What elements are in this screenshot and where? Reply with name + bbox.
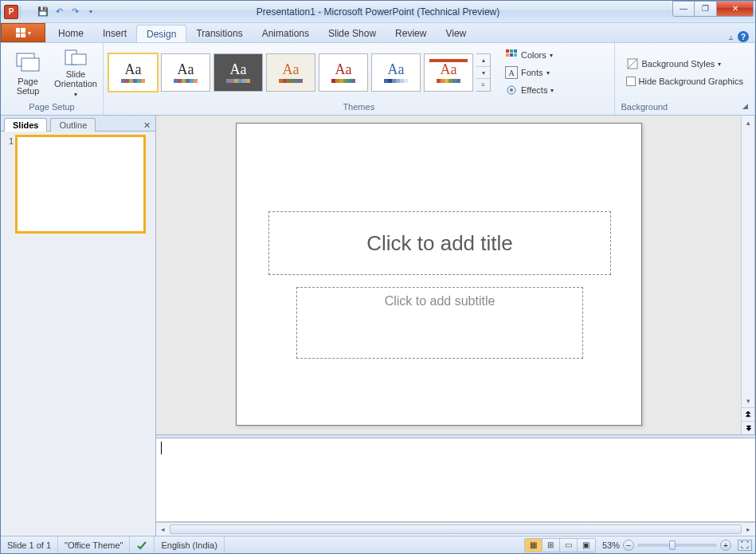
themes-gallery: AaAaAaAaAaAaAa [108, 53, 473, 92]
scroll-up-icon[interactable]: ▴ [742, 116, 754, 129]
zoom-in-button[interactable]: + [720, 540, 731, 551]
slide-orientation-button[interactable]: Slide Orientation ▾ [53, 45, 98, 100]
spell-check-icon[interactable] [130, 536, 155, 553]
ribbon-minimize-icon[interactable]: ▵ [729, 33, 733, 41]
dialog-launcher-icon[interactable]: ◢ [742, 102, 748, 115]
tab-transitions[interactable]: Transitions [186, 25, 252, 42]
theme-thumb-3[interactable]: Aa [266, 53, 315, 92]
reading-view-button[interactable]: ▭ [560, 539, 578, 552]
redo-icon[interactable]: ↷ [68, 5, 82, 19]
theme-thumb-2[interactable]: Aa [213, 53, 263, 92]
pane-close-icon[interactable]: ✕ [143, 120, 151, 131]
ribbon-tabs: ▾ Home Insert Design Transitions Animati… [1, 23, 755, 42]
pane-tabs: Slides Outline ✕ [1, 116, 155, 132]
title-placeholder[interactable]: Click to add title [268, 211, 611, 275]
app-icon[interactable]: P [4, 5, 18, 19]
qat-more-icon[interactable]: ▾ [84, 5, 98, 19]
language[interactable]: English (India) [155, 536, 224, 553]
title-bar: P 💾 ↶ ↷ ▾ Presentation1 - Microsoft Powe… [1, 1, 755, 23]
hide-background-graphics-checkbox[interactable]: Hide Background Graphics [623, 73, 746, 89]
sorter-view-button[interactable]: ⊞ [543, 539, 560, 552]
scroll-left-icon[interactable]: ◂ [156, 523, 170, 536]
scroll-right-icon[interactable]: ▸ [742, 523, 755, 536]
theme-thumb-5[interactable]: Aa [371, 53, 421, 92]
notes-pane[interactable] [156, 438, 755, 522]
tab-view[interactable]: View [436, 25, 476, 42]
slide-thumbnail-1[interactable] [17, 136, 144, 232]
slide-count: Slide 1 of 1 [1, 536, 58, 553]
gallery-row-down-icon[interactable]: ▾ [476, 67, 490, 80]
next-slide-icon[interactable]: ⯯ [742, 421, 754, 434]
file-tab[interactable]: ▾ [1, 23, 45, 42]
zoom-out-button[interactable]: − [623, 540, 634, 551]
svg-point-11 [510, 88, 513, 92]
zoom-controls: 53% − + ⛶ [602, 540, 752, 551]
svg-rect-4 [506, 49, 509, 53]
zoom-slider-knob[interactable] [669, 540, 676, 550]
workspace: Slides Outline ✕ 1 Click to add title Cl… [1, 116, 755, 536]
hscroll-thumb[interactable] [170, 525, 742, 534]
horizontal-scrollbar[interactable]: ◂ ▸ [156, 522, 755, 536]
tab-slideshow[interactable]: Slide Show [319, 25, 386, 42]
background-styles-button[interactable]: Background Styles▾ [623, 56, 746, 72]
theme-fonts-button[interactable]: A Fonts▾ [502, 65, 557, 81]
slide[interactable]: Click to add title Click to add subtitle [236, 123, 642, 426]
theme-thumb-1[interactable]: Aa [161, 53, 210, 92]
svg-rect-5 [510, 49, 513, 53]
minimize-button[interactable]: — [672, 1, 695, 17]
editor-area: Click to add title Click to add subtitle… [156, 116, 755, 536]
tab-review[interactable]: Review [386, 25, 436, 42]
thumbnail-number: 1 [6, 136, 14, 146]
scroll-down-icon[interactable]: ▾ [742, 394, 754, 407]
gallery-row-up-icon[interactable]: ▴ [476, 54, 490, 67]
slides-outline-pane: Slides Outline ✕ 1 [1, 116, 156, 536]
fit-to-window-button[interactable]: ⛶ [738, 540, 752, 551]
help-icon[interactable]: ? [738, 31, 749, 42]
tab-animations[interactable]: Animations [253, 25, 319, 42]
slide-canvas-area[interactable]: Click to add title Click to add subtitle… [156, 116, 755, 434]
slide-orientation-icon [63, 46, 88, 68]
undo-icon[interactable]: ↶ [52, 5, 66, 19]
svg-rect-1 [22, 58, 39, 71]
theme-thumb-0[interactable]: Aa [108, 53, 158, 92]
subtitle-placeholder[interactable]: Click to add subtitle [296, 287, 583, 359]
prev-slide-icon[interactable]: ⯭ [742, 407, 754, 421]
tab-design[interactable]: Design [136, 25, 186, 42]
svg-rect-8 [510, 53, 513, 57]
theme-thumb-6[interactable]: Aa [424, 53, 473, 92]
theme-effects-button[interactable]: Effects▾ [502, 82, 557, 98]
close-button[interactable]: ✕ [717, 1, 754, 17]
group-page-setup-label: Page Setup [1, 102, 103, 115]
scroll-track[interactable] [742, 129, 754, 394]
page-setup-button[interactable]: Page Setup [6, 45, 50, 100]
zoom-slider[interactable] [637, 544, 717, 547]
tab-insert[interactable]: Insert [93, 25, 136, 42]
gallery-expand-icon[interactable]: ≡ [476, 79, 490, 91]
outline-tab[interactable]: Outline [50, 118, 96, 132]
thumbnail-row: 1 [6, 136, 151, 232]
group-page-setup: Page Setup Slide Orientation ▾ Page Setu… [1, 43, 104, 115]
status-bar: Slide 1 of 1 "Office Theme" English (Ind… [1, 536, 755, 553]
vertical-scrollbar[interactable]: ▴ ▾ ⯭ ⯯ [741, 116, 754, 434]
ribbon: Page Setup Slide Orientation ▾ Page Setu… [1, 42, 755, 116]
maximize-button[interactable]: ❐ [695, 1, 717, 17]
tab-home[interactable]: Home [49, 25, 93, 42]
page-setup-label: Page Setup [17, 77, 40, 96]
slides-tab[interactable]: Slides [4, 118, 47, 132]
hscroll-track[interactable] [170, 523, 742, 536]
app-window: P 💾 ↶ ↷ ▾ Presentation1 - Microsoft Powe… [0, 0, 756, 554]
svg-rect-7 [506, 53, 509, 57]
theme-colors-button[interactable]: Colors▾ [502, 47, 557, 63]
normal-view-button[interactable]: ▦ [525, 539, 543, 552]
svg-rect-3 [72, 54, 86, 65]
slideshow-view-button[interactable]: ▣ [578, 539, 595, 552]
group-themes-label: Themes [104, 102, 614, 115]
group-themes: AaAaAaAaAaAaAa ▴ ▾ ≡ Colors▾ A Fo [104, 43, 615, 115]
themes-gallery-more[interactable]: ▴ ▾ ≡ [476, 53, 491, 92]
theme-thumb-4[interactable]: Aa [319, 53, 368, 92]
save-icon[interactable]: 💾 [36, 5, 50, 19]
slide-thumbnails: 1 [1, 132, 155, 536]
slide-orientation-label: Slide Orientation ▾ [54, 69, 97, 99]
window-controls: — ❐ ✕ [672, 1, 754, 17]
group-background: Background Styles▾ Hide Background Graph… [615, 43, 755, 115]
